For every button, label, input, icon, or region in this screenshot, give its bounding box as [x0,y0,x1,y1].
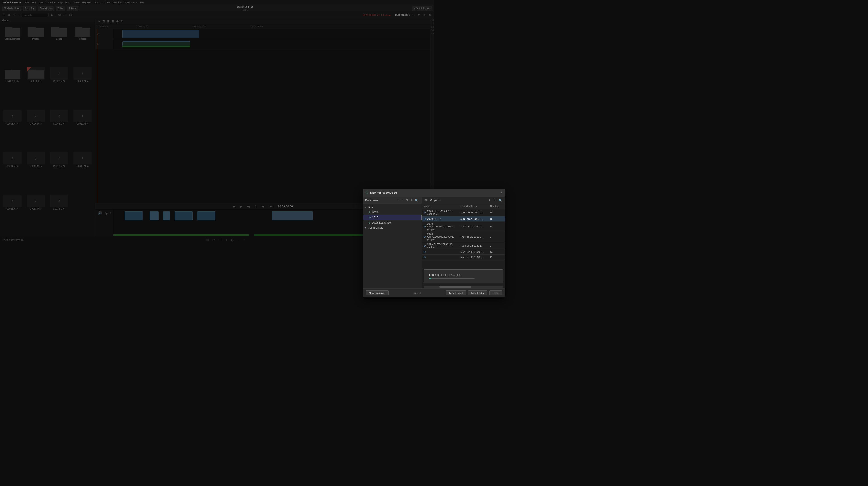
postgresql-item[interactable]: ▸ PostgreSQL [363,225,422,230]
sort-icon[interactable]: ⇅ [405,198,409,202]
project-name: 2020 OHTO 20200218 Joshua [427,243,434,243]
db-2020-item[interactable]: ⊙ 2020 [363,215,422,220]
col-name-header: Name [424,205,434,207]
project-name: 2020 OHTO.20200220072919 (Copy) [427,233,434,241]
dialog-left-icons: ↑ ↓ ⇅ ℹ 🔍 [397,198,419,202]
resolve-logo-icon: ⬡ [366,191,368,195]
project-name: 2020 OHTO [427,218,434,220]
local-db-label: Local Database [372,221,391,224]
dialog-body: Databases ↑ ↓ ⇅ ℹ 🔍 ▾ Disk [363,197,434,243]
panel-icon-btn[interactable]: ⊟ [424,198,428,202]
pg-label: PostgreSQL [368,226,382,229]
dialog-title: DaVinci Resolve 16 [370,191,397,194]
db-2019-item[interactable]: ⊙ 2019 [363,210,422,215]
projects-table-header: Name Last Modified ▾ Timeline [422,204,434,209]
disk-icon: ▾ [365,206,367,209]
project-row[interactable]: ⊙ 2020 OHTO Sun Feb 23 2020 1... 16 [422,216,434,222]
davinci-dialog: ⬡ DaVinci Resolve 16 × Databases ↑ ↓ ⇅ ℹ… [363,189,434,243]
project-row[interactable]: ⊙ 2020 OHTO 20200218 Joshua Tue Feb 18 2… [422,242,434,243]
db-icon-2019: ⊙ [368,211,371,214]
local-db-icon: ⊙ [368,221,371,224]
disk-label: Disk [368,206,373,209]
search-db-icon[interactable]: 🔍 [414,198,419,202]
db-icon-2020: ⊙ [369,216,371,219]
disk-item[interactable]: ▾ Disk [363,205,422,210]
projects-table: ⊙ 2020 OHTO 20200223 Joshua v1 Sun Feb 2… [422,209,434,243]
project-row[interactable]: ⊙ 2020 OHTO 20200223 Joshua v1 Sun Feb 2… [422,209,434,216]
project-icon: ⊙ [424,225,426,228]
project-icon: ⊙ [424,211,426,214]
db-2019-label: 2019 [372,211,378,214]
dialog-header: ⬡ DaVinci Resolve 16 × [363,189,434,197]
dialog-left-title: Databases [365,199,378,202]
dialog-projects-panel: ⊟ Projects ⊞ ☰ 🔍 Name Last Modified ▾ Ti… [422,197,434,243]
project-row[interactable]: ⊙ 2020 OHTO.20200220072919 (Copy) Thu Fe… [422,232,434,242]
info-icon[interactable]: ℹ [410,198,413,202]
upload-icon[interactable]: ↑ [397,198,400,202]
project-name: 2020 OHTO 20200223 Joshua v1 [427,210,434,215]
pg-icon: ▸ [365,226,367,229]
project-name: 2020 OHTO.20200219165640 (Copy) [427,223,434,231]
local-db-item[interactable]: ⊙ Local Database [363,220,422,225]
download-icon[interactable]: ↓ [401,198,404,202]
db-tree: ▾ Disk ⊙ 2019 ⊙ 2020 ⊙ [363,204,422,243]
dialog-right-header: ⊟ Projects ⊞ ☰ 🔍 [422,197,434,204]
dialog-right-title: Projects [430,199,434,202]
db-2020-label: 2020 [372,216,378,219]
project-icon: ⊙ [424,235,426,238]
project-icon: ⊙ [424,217,426,221]
dialog-left-header: Databases ↑ ↓ ⇅ ℹ 🔍 [363,197,422,204]
dialog-databases-panel: Databases ↑ ↓ ⇅ ℹ 🔍 ▾ Disk [363,197,422,243]
project-row[interactable]: ⊙ 2020 OHTO.20200219165640 (Copy) Thu Fe… [422,222,434,232]
dialog-overlay: ⬡ DaVinci Resolve 16 × Databases ↑ ↓ ⇅ ℹ… [0,0,434,243]
